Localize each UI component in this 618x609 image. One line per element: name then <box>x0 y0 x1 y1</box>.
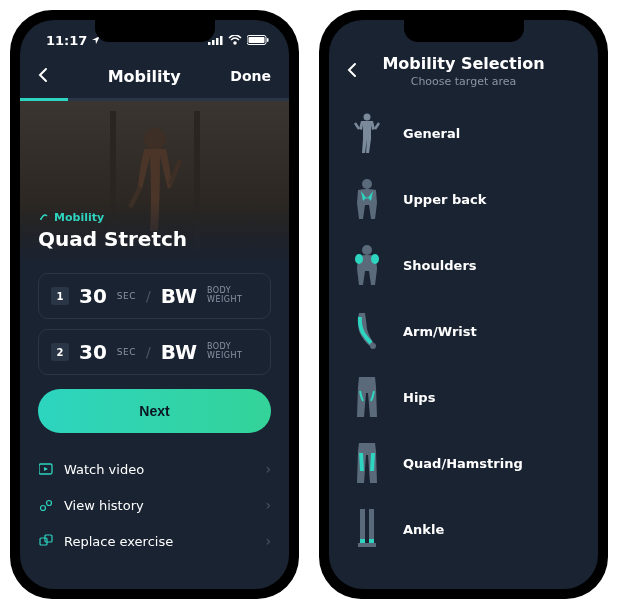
svg-rect-6 <box>249 37 265 43</box>
action-label: View history <box>64 498 255 513</box>
svg-point-17 <box>364 114 371 121</box>
screen-mobility-selection: Mobility Selection Choose target area Ge… <box>329 20 598 589</box>
body-icon-upperback <box>347 176 387 222</box>
area-item-hips[interactable]: Hips <box>347 364 580 430</box>
phone-mockup-right: Mobility Selection Choose target area Ge… <box>319 10 608 599</box>
area-item-ankle[interactable]: Ankle <box>347 496 580 562</box>
svg-point-14 <box>47 501 52 506</box>
exercise-name: Quad Stretch <box>38 227 271 251</box>
video-icon <box>38 461 54 477</box>
set-divider: / <box>146 344 151 360</box>
chevron-right-icon: › <box>265 533 271 549</box>
area-item-upperback[interactable]: Upper back <box>347 166 580 232</box>
area-label: General <box>403 126 460 141</box>
set-weight: BW <box>161 340 197 364</box>
watch-video-row[interactable]: Watch video › <box>38 451 271 487</box>
area-label: Upper back <box>403 192 486 207</box>
body-icon-hips <box>347 374 387 420</box>
nav-title: Mobility <box>58 67 230 86</box>
svg-point-19 <box>362 245 372 255</box>
next-button[interactable]: Next <box>38 389 271 433</box>
nav-title: Mobility Selection <box>367 54 560 73</box>
svg-point-11 <box>40 218 42 220</box>
svg-point-21 <box>371 254 379 264</box>
replace-icon <box>38 533 54 549</box>
body-icon-shoulders <box>347 242 387 288</box>
area-item-armwrist[interactable]: Arm/Wrist <box>347 298 580 364</box>
set-number: 1 <box>51 287 69 305</box>
set-duration: 30 <box>79 340 107 364</box>
category-label: Mobility <box>38 210 271 225</box>
svg-point-18 <box>362 179 372 189</box>
action-label: Replace exercise <box>64 534 255 549</box>
set-divider: / <box>146 288 151 304</box>
area-label: Ankle <box>403 522 444 537</box>
body-icon-quadham <box>347 440 387 486</box>
set-weight-label-2: WEIGHT <box>207 296 242 305</box>
action-label: Watch video <box>64 462 255 477</box>
area-label: Quad/Hamstring <box>403 456 523 471</box>
wifi-icon <box>228 33 242 48</box>
area-label: Shoulders <box>403 258 477 273</box>
svg-point-13 <box>41 506 46 511</box>
svg-point-20 <box>355 254 363 264</box>
body-area-list: General Upper back Shoulders Arm/Wrist <box>329 94 598 568</box>
screen-mobility-exercise: 11:17 Mobility Do <box>20 20 289 589</box>
chevron-right-icon: › <box>265 461 271 477</box>
mobility-icon <box>38 210 50 225</box>
back-button[interactable] <box>347 59 367 83</box>
battery-icon <box>247 33 269 48</box>
svg-point-22 <box>370 343 376 349</box>
category-text: Mobility <box>54 211 104 224</box>
svg-rect-0 <box>208 42 211 45</box>
sets-container: 1 30 SEC / BW BODY WEIGHT 2 30 SEC / BW … <box>20 261 289 445</box>
body-icon-ankle <box>347 506 387 552</box>
svg-rect-2 <box>216 38 219 45</box>
svg-rect-1 <box>212 40 215 45</box>
set-row[interactable]: 2 30 SEC / BW BODY WEIGHT <box>38 329 271 375</box>
area-item-general[interactable]: General <box>347 100 580 166</box>
chevron-right-icon: › <box>265 497 271 513</box>
device-notch <box>404 20 524 42</box>
set-duration-unit: SEC <box>117 291 136 301</box>
area-item-quadham[interactable]: Quad/Hamstring <box>347 430 580 496</box>
set-weight-label-2: WEIGHT <box>207 352 242 361</box>
device-notch <box>95 20 215 42</box>
action-list: Watch video › View history › Replace exe… <box>20 445 289 565</box>
status-time: 11:17 <box>46 33 87 48</box>
replace-exercise-row[interactable]: Replace exercise › <box>38 523 271 559</box>
area-label: Hips <box>403 390 435 405</box>
back-button[interactable] <box>38 64 58 88</box>
nav-bar: Mobility Done <box>20 60 289 98</box>
phone-mockup-left: 11:17 Mobility Do <box>10 10 299 599</box>
svg-point-4 <box>234 42 236 44</box>
nav-bar: Mobility Selection Choose target area <box>329 54 598 94</box>
set-weight: BW <box>161 284 197 308</box>
body-icon-armwrist <box>347 308 387 354</box>
set-duration: 30 <box>79 284 107 308</box>
history-icon <box>38 497 54 513</box>
nav-subtitle: Choose target area <box>367 75 560 88</box>
done-button[interactable]: Done <box>230 68 271 84</box>
set-duration-unit: SEC <box>117 347 136 357</box>
set-number: 2 <box>51 343 69 361</box>
area-item-shoulders[interactable]: Shoulders <box>347 232 580 298</box>
set-row[interactable]: 1 30 SEC / BW BODY WEIGHT <box>38 273 271 319</box>
svg-rect-3 <box>220 36 223 45</box>
area-label: Arm/Wrist <box>403 324 477 339</box>
hero-overlay: Mobility Quad Stretch <box>20 200 289 261</box>
view-history-row[interactable]: View history › <box>38 487 271 523</box>
body-icon-general <box>347 110 387 156</box>
svg-rect-7 <box>267 38 269 42</box>
svg-point-10 <box>144 128 166 150</box>
exercise-hero: Mobility Quad Stretch <box>20 101 289 261</box>
